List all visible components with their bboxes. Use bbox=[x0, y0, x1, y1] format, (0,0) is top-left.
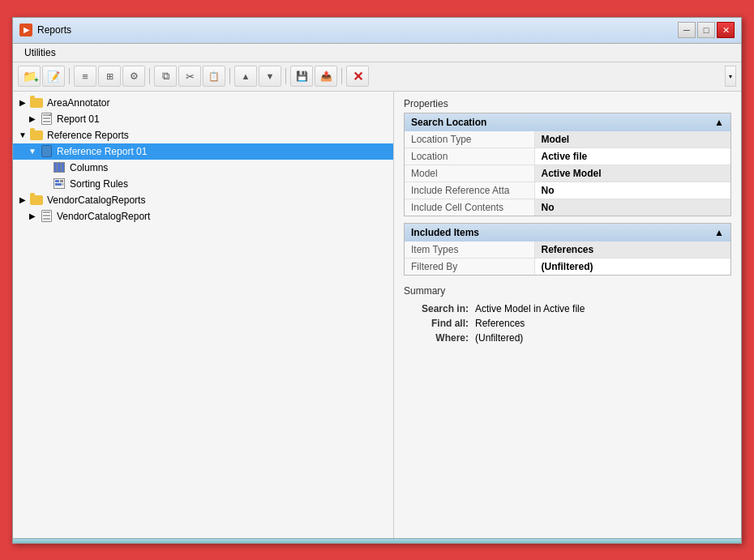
maximize-button[interactable]: □ bbox=[697, 22, 715, 38]
report-ref-icon bbox=[39, 145, 54, 158]
cut-icon: ✂ bbox=[186, 71, 195, 83]
val-filtered-by: (Unfiltered) bbox=[534, 258, 730, 275]
label-reference-report-01: Reference Report 01 bbox=[57, 146, 147, 157]
summary-row-where: Where: (Unfiltered) bbox=[404, 332, 731, 344]
grid-button[interactable]: ⊞ bbox=[98, 66, 121, 87]
down-button[interactable]: ▼ bbox=[259, 66, 281, 87]
summary-val-find-all: References bbox=[475, 318, 525, 329]
tree-panel: ▶ AreaAnnotator ▶ Report 01 bbox=[13, 92, 394, 538]
val-location: Active file bbox=[534, 147, 730, 165]
sort-icon bbox=[52, 177, 66, 190]
key-filtered-by: Filtered By bbox=[405, 258, 534, 275]
tree-item-reference-report-01[interactable]: ▼ Reference Report 01 bbox=[13, 143, 393, 160]
label-sorting-rules: Sorting Rules bbox=[70, 178, 128, 190]
add-icon: 📁 + bbox=[23, 70, 36, 83]
toggle-vendor-catalog-reports[interactable]: ▶ bbox=[16, 194, 29, 207]
tree-item-vendor-catalog-report[interactable]: ▶ VendorCatalogReport bbox=[13, 208, 393, 224]
key-item-types: Item Types bbox=[405, 242, 534, 259]
label-columns: Columns bbox=[70, 162, 108, 173]
menu-bar: Utilities bbox=[13, 44, 741, 62]
search-location-title: Search Location bbox=[411, 117, 486, 128]
key-include-ref: Include Reference Atta bbox=[405, 182, 534, 199]
title-bar: ▶ Reports ─ □ ✕ bbox=[13, 18, 741, 44]
section-header-search-location[interactable]: Search Location ▲ bbox=[405, 113, 730, 131]
list-icon: ≡ bbox=[82, 71, 88, 83]
properties-label: Properties bbox=[404, 98, 731, 109]
toggle-report-01[interactable]: ▶ bbox=[26, 113, 39, 126]
window-controls: ─ □ ✕ bbox=[678, 22, 735, 38]
val-location-type: Model bbox=[534, 131, 730, 148]
summary-key-where: Where: bbox=[404, 332, 469, 344]
toggle-area-annotator[interactable]: ▶ bbox=[16, 96, 29, 109]
right-panel: Properties Search Location ▲ Location Ty… bbox=[394, 92, 741, 538]
edit-button[interactable]: 📝 bbox=[42, 66, 65, 87]
window-title: Reports bbox=[37, 24, 678, 36]
toggle-reference-report-01[interactable]: ▼ bbox=[26, 145, 39, 158]
section-included-items: Included Items ▲ Item Types References F… bbox=[404, 223, 731, 276]
copy-icon: ⧉ bbox=[162, 70, 169, 83]
list-button[interactable]: ≡ bbox=[74, 66, 96, 87]
delete-button[interactable]: ✕ bbox=[346, 66, 369, 87]
included-items-title: Included Items bbox=[411, 227, 479, 238]
tree-item-sorting-rules[interactable]: ▶ Sorting Rules bbox=[13, 176, 393, 192]
sep3 bbox=[229, 68, 230, 84]
export-icon: 📤 bbox=[320, 71, 332, 82]
section-search-location: Search Location ▲ Location Type Model Lo… bbox=[404, 113, 731, 216]
summary-row-find-all: Find all: References bbox=[404, 318, 731, 329]
summary-key-find-all: Find all: bbox=[404, 318, 469, 329]
collapse-included-icon: ▲ bbox=[714, 227, 724, 238]
collapse-search-icon: ▲ bbox=[714, 117, 724, 128]
toggle-reference-reports[interactable]: ▼ bbox=[16, 129, 29, 142]
cut-button[interactable]: ✂ bbox=[178, 66, 201, 87]
tree-item-vendor-catalog-reports[interactable]: ▶ VendorCatalogReports bbox=[13, 192, 393, 208]
summary-key-search-in: Search in: bbox=[404, 303, 469, 314]
summary-val-where: (Unfiltered) bbox=[475, 332, 523, 344]
folder-icon bbox=[29, 96, 44, 109]
tree-item-reference-reports[interactable]: ▼ Reference Reports bbox=[13, 127, 393, 143]
table-row: Item Types References bbox=[405, 242, 730, 259]
up-button[interactable]: ▲ bbox=[234, 66, 257, 87]
label-vendor-catalog-reports: VendorCatalogReports bbox=[47, 195, 145, 206]
save-button[interactable]: 💾 bbox=[290, 66, 313, 87]
toolbar-dropdown[interactable]: ▾ bbox=[725, 66, 736, 87]
paste-button[interactable]: 📋 bbox=[203, 66, 225, 87]
close-button[interactable]: ✕ bbox=[717, 22, 735, 38]
val-include-cell: No bbox=[534, 199, 730, 216]
table-row: Include Cell Contents No bbox=[405, 199, 730, 216]
tree-item-area-annotator[interactable]: ▶ AreaAnnotator bbox=[13, 95, 393, 111]
key-model: Model bbox=[405, 165, 534, 182]
up-icon: ▲ bbox=[242, 71, 251, 81]
content-area: ▶ AreaAnnotator ▶ Report 01 bbox=[13, 92, 741, 538]
columns-icon bbox=[52, 161, 66, 174]
tree-item-columns[interactable]: ▶ Columns bbox=[13, 160, 393, 176]
sep4 bbox=[285, 68, 286, 84]
section-header-included-items[interactable]: Included Items ▲ bbox=[405, 224, 730, 242]
export-button[interactable]: 📤 bbox=[315, 66, 337, 87]
summary-val-search-in: Active Model in Active file bbox=[475, 303, 585, 314]
label-reference-reports: Reference Reports bbox=[47, 130, 129, 141]
val-item-types: References bbox=[534, 242, 730, 259]
minimize-button[interactable]: ─ bbox=[678, 22, 696, 38]
window-icon: ▶ bbox=[19, 24, 32, 36]
included-items-table: Item Types References Filtered By (Unfil… bbox=[405, 242, 730, 275]
key-location: Location bbox=[405, 147, 534, 165]
search-location-table: Location Type Model Location Active file… bbox=[405, 131, 730, 216]
toggle-vendor-catalog-report[interactable]: ▶ bbox=[26, 210, 39, 223]
label-area-annotator: AreaAnnotator bbox=[47, 97, 109, 109]
menu-item-utilities[interactable]: Utilities bbox=[19, 45, 61, 60]
add-button[interactable]: 📁 + bbox=[18, 66, 41, 87]
summary-section: Summary Search in: Active Model in Activ… bbox=[404, 285, 731, 344]
val-model: Active Model bbox=[534, 165, 730, 182]
sep2 bbox=[149, 68, 150, 84]
copy-button[interactable]: ⧉ bbox=[154, 66, 177, 87]
folder-vendor-icon bbox=[29, 194, 44, 207]
key-include-cell: Include Cell Contents bbox=[405, 199, 534, 216]
grid-icon: ⊞ bbox=[106, 71, 114, 82]
tree-item-report-01[interactable]: ▶ Report 01 bbox=[13, 111, 393, 127]
save-icon: 💾 bbox=[296, 71, 308, 82]
report-icon bbox=[39, 113, 54, 126]
settings-button[interactable]: ⚙ bbox=[122, 66, 145, 87]
val-include-ref: No bbox=[534, 182, 730, 199]
report-vendor-icon bbox=[39, 210, 54, 223]
table-row: Location Type Model bbox=[405, 131, 730, 148]
